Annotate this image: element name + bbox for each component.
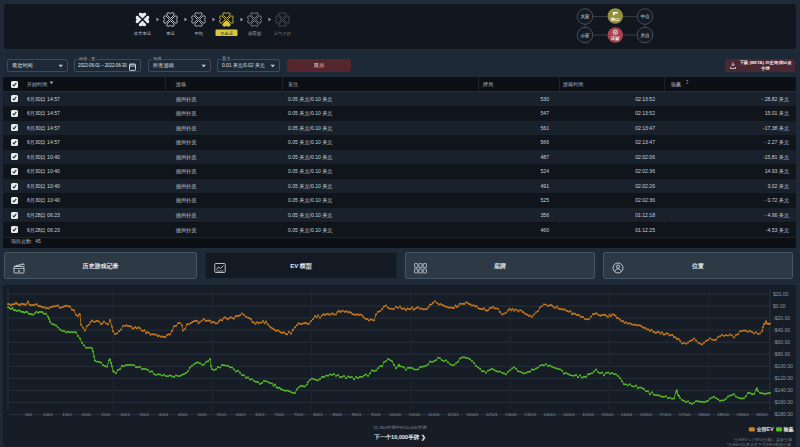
svg-text:17001: 17001 xyxy=(659,412,672,417)
svg-text:14001: 14001 xyxy=(544,412,557,417)
svg-text:1001: 1001 xyxy=(43,412,53,417)
svg-text:$0.00: $0.00 xyxy=(773,303,786,309)
svg-text:14501: 14501 xyxy=(563,412,576,417)
svg-text:12501: 12501 xyxy=(486,412,499,417)
svg-text:3001: 3001 xyxy=(120,412,130,417)
svg-text:10501: 10501 xyxy=(409,412,422,417)
svg-text:-$120.00: -$120.00 xyxy=(773,375,793,381)
svg-text:8001: 8001 xyxy=(313,412,323,417)
svg-text:13001: 13001 xyxy=(505,412,518,417)
svg-text:4001: 4001 xyxy=(159,412,169,417)
svg-text:下一个10,000手牌 ❯: 下一个10,000手牌 ❯ xyxy=(373,434,426,441)
svg-text:11001: 11001 xyxy=(428,412,440,417)
svg-text:-$80.00: -$80.00 xyxy=(773,351,790,357)
svg-text:-$100.00: -$100.00 xyxy=(773,363,793,369)
svg-text:5501: 5501 xyxy=(217,412,227,417)
svg-text:16501: 16501 xyxy=(640,412,653,417)
svg-text:12001: 12001 xyxy=(466,412,479,417)
svg-text:-$160.00: -$160.00 xyxy=(773,399,793,405)
svg-text:21,360手牌中的10,000手牌: 21,360手牌中的10,000手牌 xyxy=(373,425,427,430)
svg-text:7501: 7501 xyxy=(294,412,304,417)
svg-text:17501: 17501 xyxy=(679,412,692,417)
svg-text:15001: 15001 xyxy=(582,412,595,417)
svg-text:-$180.00: -$180.00 xyxy=(773,411,793,417)
svg-text:9501: 9501 xyxy=(371,412,381,417)
svg-text:4501: 4501 xyxy=(178,412,188,417)
svg-text:$20.00: $20.00 xyxy=(773,291,789,297)
svg-text:8501: 8501 xyxy=(333,412,343,417)
svg-text:10001: 10001 xyxy=(389,412,402,417)
svg-text:19501: 19501 xyxy=(756,412,769,417)
svg-text:5001: 5001 xyxy=(197,412,207,417)
svg-text:6501: 6501 xyxy=(255,412,265,417)
svg-text:501: 501 xyxy=(25,412,33,417)
svg-text:15501: 15501 xyxy=(602,412,615,417)
svg-text:9001: 9001 xyxy=(352,412,362,417)
svg-text:18001: 18001 xyxy=(698,412,711,417)
svg-text:-$40.00: -$40.00 xyxy=(773,327,790,333)
svg-text:6001: 6001 xyxy=(236,412,246,417)
svg-text:7001: 7001 xyxy=(275,412,285,417)
svg-text:1501: 1501 xyxy=(62,412,72,417)
svg-text:输赢: 输赢 xyxy=(783,426,795,433)
svg-text:全部EV: 全部EV xyxy=(756,426,774,433)
svg-text:*全部EV以展示在下方的EV曲线全额: *全部EV以展示在下方的EV曲线全额 xyxy=(727,442,791,447)
svg-text:-$60.00: -$60.00 xyxy=(773,339,790,345)
svg-text:-$140.00: -$140.00 xyxy=(773,387,793,393)
svg-text:3501: 3501 xyxy=(140,412,150,417)
svg-text:18501: 18501 xyxy=(717,412,730,417)
svg-text:-$20.00: -$20.00 xyxy=(773,315,790,321)
svg-text:13501: 13501 xyxy=(524,412,537,417)
svg-text:2001: 2001 xyxy=(82,412,92,417)
svg-text:11501: 11501 xyxy=(447,412,459,417)
svg-text:16001: 16001 xyxy=(621,412,634,417)
svg-text:19001: 19001 xyxy=(737,412,750,417)
svg-text:2501: 2501 xyxy=(101,412,111,417)
